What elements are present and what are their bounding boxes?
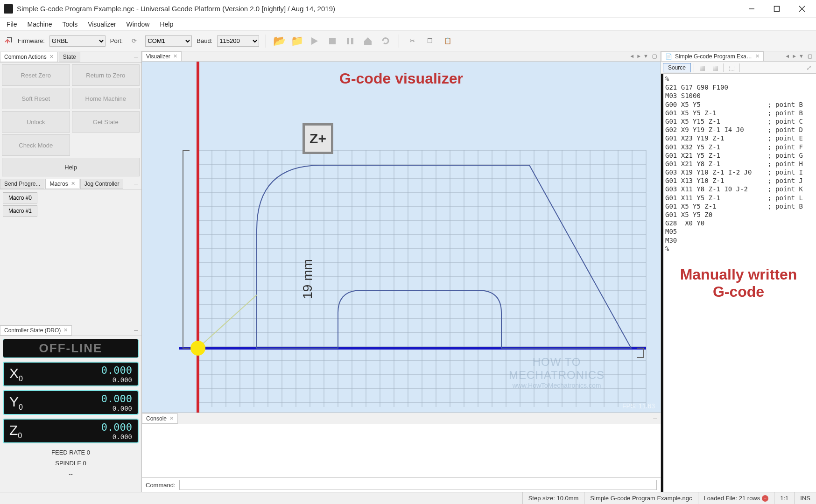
close-icon[interactable]: ✕ [169,415,174,421]
check-mode-button[interactable]: Check Mode [2,134,70,156]
macro-1-button[interactable]: Macro #1 [3,205,37,217]
dro-x-row[interactable]: X0 0.0000.000 [3,362,139,386]
source-expand-icon[interactable]: ⤢ [804,63,814,72]
firmware-select[interactable]: GRBL [49,35,106,47]
menu-file[interactable]: File [2,19,22,30]
close-icon[interactable]: ✕ [71,181,75,187]
visualizer-canvas[interactable]: G-code visualizer Z+ 19 mm 32 mm 1 mm HO… [142,62,661,413]
tab-nav-right-icon[interactable]: ► [792,53,797,59]
reset-zero-button[interactable]: Reset Zero [2,64,70,86]
menu-window[interactable]: Window [122,19,155,30]
get-state-button[interactable]: Get State [72,111,140,133]
panel-minimize[interactable]: ─ [651,416,659,421]
tab-controller-state-dro[interactable]: Controller State (DRO)✕ [0,325,72,336]
copy-icon[interactable]: ❐ [423,35,436,48]
command-input[interactable] [179,480,657,490]
tab-macros[interactable]: Macros✕ [45,179,79,189]
dro-spindle: SPINDLE 0 [3,458,139,469]
menu-visualizer[interactable]: Visualizer [83,19,120,30]
firmware-label: Firmware: [18,37,45,44]
macro-0-button[interactable]: Macro #0 [3,192,37,203]
tab-source-file[interactable]: 📄 Simple G-code Program Example.ngc ✕ [661,51,764,62]
save-file-icon[interactable]: 📁 [290,35,303,48]
source-annotation-1: Manually written [668,266,809,283]
status-file-name: Simple G-code Program Example.ngc [584,492,697,504]
unlock-button[interactable]: Unlock [2,111,70,133]
dro-feed-rate: FEED RATE 0 [3,447,139,458]
window-minimize[interactable] [739,1,764,16]
panel-minimize[interactable]: ─ [132,328,140,333]
dro-z-work: 0.000 [101,421,132,433]
tab-visualizer[interactable]: Visualizer✕ [142,51,182,62]
close-icon[interactable]: ✕ [173,53,177,59]
panel-maximize[interactable]: ▢ [650,53,659,59]
panel-minimize[interactable]: ─ [132,181,140,187]
tab-dropdown-icon[interactable]: ▼ [799,53,804,59]
soft-reset-button[interactable]: Soft Reset [2,88,70,109]
svg-rect-1 [774,6,780,11]
source-view-button[interactable]: Source [663,63,691,72]
home-icon[interactable] [361,35,374,48]
menu-help[interactable]: Help [155,19,178,30]
dro-z-row[interactable]: Z0 0.0000.000 [3,419,139,443]
open-file-icon[interactable]: 📂 [273,35,286,48]
menu-machine[interactable]: Machine [23,19,57,30]
statusbar: Step size: 10.0mm Simple G-code Program … [0,492,816,504]
tab-jog-controller[interactable]: Jog Controller [80,179,124,189]
center-panel: Visualizer✕ ◄►▼▢ [142,51,661,492]
dro-y-work: 0.000 [101,393,132,405]
port-select[interactable]: COM1 [145,35,192,47]
window-close[interactable] [790,1,814,16]
file-icon: 📄 [665,53,672,60]
source-tool-3-icon[interactable]: ⬚ [726,63,737,72]
tab-nav-right-icon[interactable]: ► [636,53,641,59]
close-icon[interactable]: ✕ [49,54,54,60]
port-refresh-icon[interactable]: ⟳ [127,35,141,48]
dro-z-machine: 0.000 [101,433,132,441]
svg-marker-4 [311,37,318,45]
left-dro-tabs: Controller State (DRO)✕ ─ [0,325,141,336]
tab-nav-left-icon[interactable]: ◄ [629,53,634,59]
right-panel: 📄 Simple G-code Program Example.ngc ✕ ◄►… [661,51,816,492]
tab-nav-left-icon[interactable]: ◄ [785,53,790,59]
dro-y-row[interactable]: Y0 0.0000.000 [3,390,139,415]
pause-icon[interactable] [344,35,357,48]
window-maximize[interactable] [765,1,789,16]
console-output [142,424,661,477]
tab-send-progress[interactable]: Send Progre... [0,179,44,189]
command-label: Command: [146,482,176,489]
dro-alarm: -- [3,469,139,479]
tab-common-actions[interactable]: Common Actions✕ [0,52,58,62]
tab-state[interactable]: State [59,52,80,62]
left-panel: Common Actions✕ State ─ Reset Zero Retur… [0,51,142,492]
tab-dropdown-icon[interactable]: ▼ [643,53,648,59]
menubar: File Machine Tools Visualizer Window Hel… [0,18,816,31]
close-icon[interactable]: ✕ [755,53,760,59]
close-icon[interactable]: ✕ [63,327,68,333]
menu-tools[interactable]: Tools [57,19,82,30]
stop-icon[interactable] [326,35,339,48]
dro-status: OFF-LINE [3,339,139,358]
dro-x-work: 0.000 [101,364,132,376]
port-label: Port: [110,37,123,44]
tab-console[interactable]: Console✕ [142,413,178,424]
home-machine-button[interactable]: Home Machine [72,88,140,109]
panel-maximize[interactable]: ▢ [806,53,814,59]
source-annotation-2: G-code [668,283,809,301]
return-to-zero-button[interactable]: Return to Zero [72,64,140,86]
separator [399,35,399,48]
connect-icon[interactable] [4,36,13,46]
left-mid-tabs: Send Progre... Macros✕ Jog Controller ─ [0,178,141,189]
cut-icon[interactable]: ✂ [406,35,419,48]
svg-point-63 [190,341,205,356]
svg-line-62 [198,295,257,348]
play-icon[interactable] [308,35,321,48]
panel-minimize[interactable]: ─ [132,54,140,60]
reload-icon[interactable] [379,35,392,48]
paste-icon[interactable]: 📋 [441,35,454,48]
help-button[interactable]: Help [2,158,140,176]
source-tool-2-icon[interactable]: ▦ [710,63,720,72]
toolbar: Firmware: GRBL Port: ⟳ COM1 Baud: 115200… [0,31,816,51]
source-tool-1-icon[interactable]: ▦ [697,63,707,72]
baud-select[interactable]: 115200 [217,35,259,47]
